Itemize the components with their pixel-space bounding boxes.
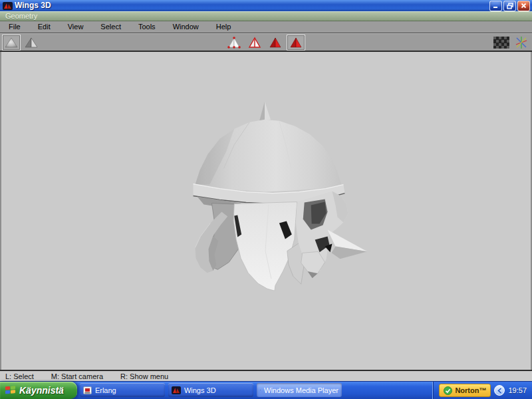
status-bar: L: Select M: Start camera R: Show menu <box>0 370 532 381</box>
ground-plane-toggle-button[interactable] <box>492 35 511 51</box>
viewport[interactable] <box>0 52 532 370</box>
face-mode-icon <box>268 36 283 49</box>
show-axes-toggle-button[interactable] <box>512 35 531 51</box>
status-hint-left-click: L: Select <box>5 372 34 380</box>
axes-icon <box>515 36 528 49</box>
face-mode-button[interactable] <box>266 35 285 51</box>
status-hint-right-click: R: Show menu <box>120 372 168 380</box>
close-icon <box>521 3 527 9</box>
taskbar-item-label: Windows Media Player <box>264 386 338 394</box>
start-button-label: Käynnistä <box>19 385 64 396</box>
minimize-icon <box>493 3 499 9</box>
minimize-button[interactable] <box>489 1 502 11</box>
taskbar: Käynnistä Erlang Wings 3D Windows M <box>0 381 532 399</box>
wings3d-icon <box>172 386 181 394</box>
vertex-mode-button[interactable] <box>225 35 243 51</box>
edge-mode-button[interactable] <box>245 35 264 51</box>
wings3d-app-icon <box>3 2 13 10</box>
vertex-mode-icon <box>227 36 241 49</box>
restore-icon <box>507 3 513 9</box>
norton-check-icon <box>444 386 452 395</box>
menu-item-edit[interactable]: Edit <box>29 21 59 33</box>
flat-pyramid-icon <box>24 36 39 49</box>
taskbar-item-label: Wings 3D <box>184 386 216 394</box>
menu-item-select[interactable]: Select <box>92 21 130 33</box>
taskbar-item-erlang[interactable]: Erlang <box>80 383 165 397</box>
menu-item-view[interactable]: View <box>59 21 92 33</box>
geometry-window-label: Geometry <box>5 12 37 21</box>
hide-tray-icons-button[interactable] <box>494 385 505 396</box>
smooth-pyramid-icon <box>4 36 19 49</box>
taskbar-item-wings3d[interactable]: Wings 3D <box>168 383 253 397</box>
start-button[interactable]: Käynnistä <box>0 382 77 399</box>
system-tray: Norton™ 19:57 <box>432 382 532 399</box>
window-title: Wings 3D <box>15 0 488 11</box>
taskbar-item-label: Erlang <box>95 386 116 394</box>
restore-button[interactable] <box>503 1 516 11</box>
desktop: Wings 3D Geometry File Edit View Select … <box>0 0 532 399</box>
ground-plane-icon <box>493 37 509 49</box>
taskbar-clock: 19:57 <box>508 386 528 394</box>
flat-shading-button[interactable] <box>22 35 41 51</box>
menu-item-tools[interactable]: Tools <box>130 21 164 33</box>
taskbar-item-windows-media-player[interactable]: Windows Media Player <box>257 383 342 397</box>
erlang-icon <box>83 386 92 394</box>
tool-bar <box>0 33 532 52</box>
norton-tray-badge[interactable]: Norton™ <box>439 384 491 397</box>
menu-item-help[interactable]: Help <box>207 21 240 33</box>
status-hint-middle-click: M: Start camera <box>51 372 103 380</box>
menu-bar: File Edit View Select Tools Window Help <box>0 21 532 33</box>
smooth-preview-button[interactable] <box>2 35 21 51</box>
chevron-left-icon <box>497 388 502 394</box>
edge-mode-icon <box>247 36 262 49</box>
geometry-window-header[interactable]: Geometry <box>0 11 532 21</box>
windows-media-player-icon <box>260 386 261 394</box>
menu-item-file[interactable]: File <box>0 21 29 33</box>
body-mode-button[interactable] <box>287 35 305 51</box>
body-mode-icon <box>289 36 303 49</box>
menu-item-window[interactable]: Window <box>164 21 207 33</box>
helmet-model[interactable] <box>1 52 531 370</box>
close-button[interactable] <box>517 1 530 11</box>
windows-flag-icon <box>5 386 16 395</box>
window-titlebar[interactable]: Wings 3D <box>0 0 532 11</box>
norton-label: Norton™ <box>455 386 486 394</box>
